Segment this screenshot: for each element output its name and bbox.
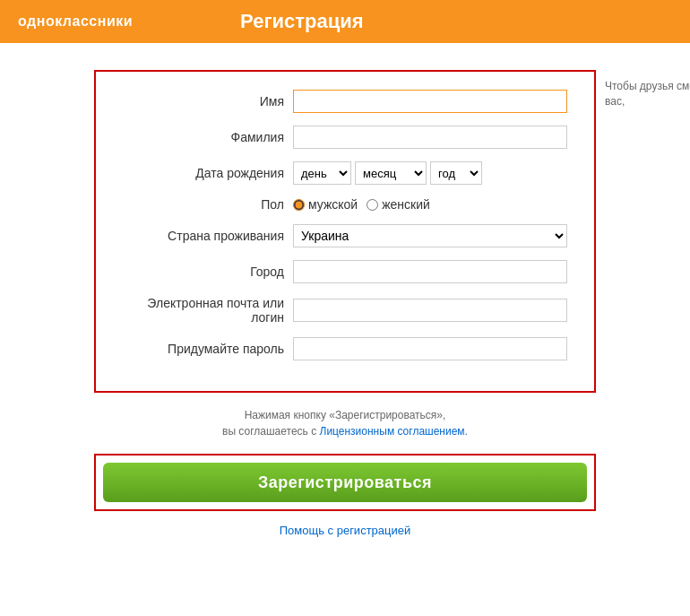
license-line2: вы соглашаетесь с Лицензионным соглашени… xyxy=(222,425,468,438)
gender-male-radio[interactable] xyxy=(293,199,305,211)
main-content: Имя Фамилия Дата рождения день месяц xyxy=(0,43,690,616)
country-row: Страна проживания Украина xyxy=(123,224,567,247)
email-row: Электронная почта или логин xyxy=(123,296,567,325)
first-name-label: Имя xyxy=(123,94,293,108)
email-label: Электронная почта или логин xyxy=(123,296,293,325)
gender-male-label[interactable]: мужской xyxy=(293,197,358,212)
password-row: Придумайте пароль xyxy=(123,337,567,360)
last-name-label: Фамилия xyxy=(123,130,293,144)
country-label: Страна проживания xyxy=(123,229,293,243)
city-label: Город xyxy=(123,265,293,279)
gender-female-radio[interactable] xyxy=(367,199,378,211)
page-title: Регистрация xyxy=(240,10,364,33)
password-label: Придумайте пароль xyxy=(123,342,293,356)
email-input[interactable] xyxy=(293,299,567,322)
dob-day-select[interactable]: день xyxy=(293,161,351,185)
password-input[interactable] xyxy=(293,337,567,360)
help-link[interactable]: Помощь с регистрацией xyxy=(280,524,411,537)
gender-male-text: мужской xyxy=(308,197,358,212)
register-button[interactable]: Зарегистрироваться xyxy=(103,463,587,502)
last-name-input[interactable] xyxy=(293,126,567,149)
logo: одноклассники xyxy=(18,13,133,30)
gender-row: Пол мужской женский xyxy=(123,197,567,212)
dob-label: Дата рождения xyxy=(123,166,293,180)
header: одноклассники Регистрация xyxy=(0,0,690,43)
hint-text: Чтобы друзья смогли узнать вас, xyxy=(605,79,690,109)
gender-female-text: женский xyxy=(382,197,430,212)
license-link[interactable]: Лицензионным соглашением. xyxy=(320,425,468,438)
gender-options: мужской женский xyxy=(293,197,430,212)
register-btn-container: Зарегистрироваться xyxy=(94,454,596,511)
below-form: Нажимая кнопку «Зарегистрироваться», вы … xyxy=(94,407,596,537)
city-row: Город xyxy=(123,260,567,283)
license-text: Нажимая кнопку «Зарегистрироваться», вы … xyxy=(94,407,596,439)
license-line1: Нажимая кнопку «Зарегистрироваться», xyxy=(245,409,446,421)
help-link-container: Помощь с регистрацией xyxy=(94,524,596,537)
gender-female-label[interactable]: женский xyxy=(367,197,430,212)
dob-row: Дата рождения день месяц год xyxy=(123,161,567,185)
dob-year-select[interactable]: год xyxy=(430,161,482,185)
first-name-input[interactable] xyxy=(293,90,567,113)
dob-fields: день месяц год xyxy=(293,161,482,185)
city-input[interactable] xyxy=(293,260,567,283)
gender-label: Пол xyxy=(123,197,293,212)
last-name-row: Фамилия xyxy=(123,126,567,149)
dob-month-select[interactable]: месяц xyxy=(355,161,427,185)
country-select[interactable]: Украина xyxy=(293,224,567,247)
first-name-row: Имя xyxy=(123,90,567,113)
registration-form: Имя Фамилия Дата рождения день месяц xyxy=(94,70,596,393)
